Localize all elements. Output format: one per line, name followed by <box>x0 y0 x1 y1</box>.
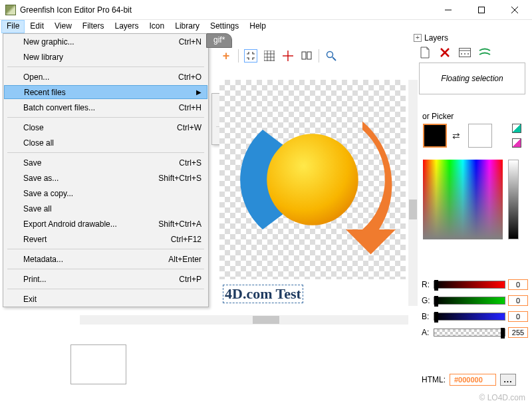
add-page-icon[interactable]: + <box>219 49 233 63</box>
green-value[interactable]: 0 <box>508 295 528 306</box>
canvas-text-layer[interactable]: 4D.com Test <box>223 285 303 303</box>
menuitem-shortcut: Ctrl+F12 <box>171 235 201 244</box>
expand-icon[interactable]: + <box>414 34 422 42</box>
menuitem-print[interactable]: Print...Ctrl+P <box>3 271 208 287</box>
menuitem-close-all[interactable]: Close all <box>3 135 208 150</box>
submenu-arrow-icon: ▶ <box>196 88 201 96</box>
menuitem-save[interactable]: SaveCtrl+S <box>3 155 208 170</box>
menu-separator <box>7 117 204 118</box>
menuitem-batch-convert-files[interactable]: Batch convert files...Ctrl+H <box>3 100 208 115</box>
menuitem-save-all[interactable]: Save all <box>3 201 208 216</box>
menuitem-metadata[interactable]: Metadata...Alt+Enter <box>3 251 208 267</box>
menu-separator <box>7 152 204 153</box>
foreground-color-swatch[interactable] <box>423 124 447 148</box>
green-slider[interactable] <box>434 297 505 305</box>
maximize-button[interactable] <box>469 3 493 17</box>
menuitem-label: Revert <box>23 235 171 244</box>
menuitem-export-android-drawable[interactable]: Export Android drawable...Shift+Ctrl+A <box>3 216 208 231</box>
menuitem-shortcut: Ctrl+P <box>179 275 201 284</box>
html-color-value[interactable]: #000000 <box>450 374 496 386</box>
svg-point-8 <box>327 52 333 58</box>
view-toolbar: + <box>219 49 338 63</box>
red-label: R: <box>422 280 431 289</box>
svg-rect-1 <box>479 7 485 13</box>
svg-rect-10 <box>460 49 471 57</box>
titlebar: Greenfish Icon Editor Pro 64-bit <box>0 0 532 20</box>
menuitem-save-a-copy[interactable]: Save a copy... <box>3 186 208 201</box>
center-lines-icon[interactable] <box>281 49 295 63</box>
svg-line-9 <box>332 57 336 61</box>
alpha-value[interactable]: 255 <box>508 327 528 338</box>
color-indicator-b[interactable] <box>512 138 521 148</box>
canvas[interactable] <box>219 80 406 279</box>
blue-slider[interactable] <box>434 313 505 321</box>
pages-icon[interactable] <box>300 49 313 63</box>
document-tab[interactable]: gif* <box>206 33 232 48</box>
svg-point-13 <box>464 53 466 55</box>
blue-slider-row: B: 0 <box>422 311 528 322</box>
layer-label: Floating selection <box>441 74 503 83</box>
layers-title: Layers <box>424 33 448 43</box>
grid-icon[interactable] <box>263 49 276 63</box>
more-colors-button[interactable]: ... <box>500 374 516 386</box>
menuitem-shortcut: Ctrl+O <box>178 72 201 82</box>
menuitem-label: Exit <box>23 295 201 304</box>
menu-layers[interactable]: Layers <box>110 20 144 33</box>
menu-view[interactable]: View <box>49 20 77 33</box>
html-color-row: HTML: #000000 ... <box>422 374 516 386</box>
window-title: Greenfish Icon Editor Pro 64-bit <box>20 5 436 15</box>
menu-settings[interactable]: Settings <box>205 20 244 33</box>
minimize-button[interactable] <box>436 3 460 17</box>
delete-layer-icon[interactable] <box>439 47 451 59</box>
color-indicator-a[interactable] <box>512 124 521 133</box>
blue-label: B: <box>422 312 431 321</box>
menuitem-shortcut: Alt+Enter <box>168 255 201 264</box>
menuitem-shortcut: Shift+Ctrl+S <box>158 174 201 183</box>
merge-layers-icon[interactable] <box>479 47 491 59</box>
red-slider[interactable] <box>434 281 505 289</box>
toolbar-separator <box>319 49 319 63</box>
swap-colors-icon[interactable]: ⇄ <box>452 130 460 141</box>
preview-thumbnail[interactable] <box>70 344 126 384</box>
menu-icon[interactable]: Icon <box>144 20 170 33</box>
vertical-scrollbar[interactable] <box>408 80 418 306</box>
menuitem-label: Save a copy... <box>23 189 201 198</box>
menuitem-label: Save all <box>23 204 201 213</box>
value-strip[interactable] <box>508 160 519 239</box>
menu-library[interactable]: Library <box>170 20 205 33</box>
zoom-icon[interactable] <box>325 49 338 63</box>
menuitem-label: Close all <box>23 138 201 148</box>
background-color-swatch[interactable] <box>468 124 492 148</box>
horizontal-scrollbar[interactable] <box>80 315 408 325</box>
layers-panel-header: + Layers <box>414 33 448 43</box>
menuitem-label: New library <box>23 53 201 62</box>
menuitem-new-library[interactable]: New library <box>3 49 208 65</box>
new-layer-icon[interactable] <box>419 47 431 59</box>
layer-properties-icon[interactable] <box>459 47 471 59</box>
menuitem-recent-files[interactable]: Recent files▶ <box>4 85 207 99</box>
menuitem-close[interactable]: CloseCtrl+W <box>3 120 208 135</box>
menuitem-new-graphic[interactable]: New graphic...Ctrl+N <box>3 34 208 49</box>
menuitem-revert[interactable]: RevertCtrl+F12 <box>3 231 208 247</box>
menuitem-label: Print... <box>23 275 179 284</box>
file-menu-dropdown[interactable]: New graphic...Ctrl+NNew libraryOpen...Ct… <box>3 33 209 307</box>
alpha-slider[interactable] <box>434 329 505 337</box>
menu-help[interactable]: Help <box>244 20 271 33</box>
red-value[interactable]: 0 <box>508 279 528 290</box>
toolbar-separator <box>238 49 239 63</box>
menuitem-save-as[interactable]: Save as...Shift+Ctrl+S <box>3 170 208 186</box>
menu-edit[interactable]: Edit <box>25 20 49 33</box>
menu-file[interactable]: File <box>1 20 25 33</box>
menuitem-open[interactable]: Open...Ctrl+O <box>3 69 208 84</box>
blue-value[interactable]: 0 <box>508 311 528 322</box>
fit-window-icon[interactable] <box>244 49 257 63</box>
green-label: G: <box>422 296 431 305</box>
menuitem-label: Export Android drawable... <box>23 219 158 229</box>
menuitem-label: Recent files <box>24 88 201 97</box>
menuitem-exit[interactable]: Exit <box>3 291 208 307</box>
close-button[interactable] <box>503 3 527 17</box>
hue-saturation-field[interactable] <box>423 160 503 239</box>
layer-floating-selection[interactable]: Floating selection <box>419 63 525 94</box>
menu-filters[interactable]: Filters <box>77 20 110 33</box>
window-controls <box>436 3 527 17</box>
